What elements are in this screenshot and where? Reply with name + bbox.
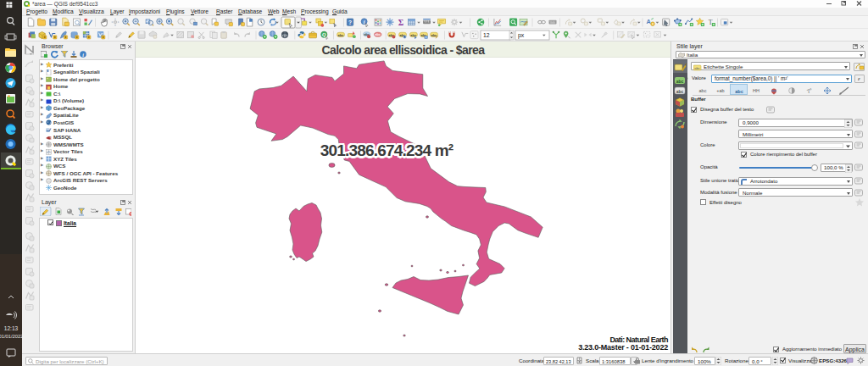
svg-text:*area — QGIS def9541cc3: *area — QGIS def9541cc3 [32,1,98,8]
svg-text:abc: abc [694,65,699,69]
svg-text:HH: HH [753,88,760,93]
svg-text:abc: abc [676,89,684,94]
svg-text:12:13: 12:13 [4,325,19,331]
svg-text:+ab: +ab [716,88,724,93]
svg-text:Σ: Σ [398,18,403,27]
svg-text:abc: abc [699,88,707,93]
svg-text:abc: abc [337,33,344,37]
svg-text:A: A [646,18,651,25]
svg-text:01/01/2022: 01/01/2022 [0,334,22,339]
svg-text:SAP: SAP [46,128,51,131]
svg-text:7°: 7° [806,87,814,95]
svg-text:i: i [364,19,365,25]
svg-text:?: ? [348,19,352,25]
svg-text:abc: abc [410,33,417,37]
svg-text:abc: abc [376,33,381,36]
svg-text:abc: abc [431,33,437,37]
svg-text:px: px [518,32,525,39]
svg-text:abc: abc [735,89,743,94]
svg-text:12: 12 [483,32,490,38]
svg-text:abc: abc [676,79,684,84]
